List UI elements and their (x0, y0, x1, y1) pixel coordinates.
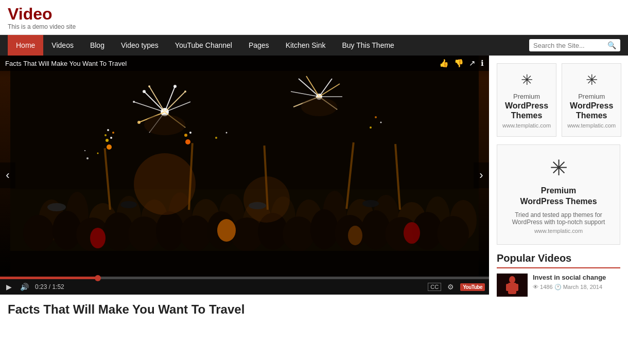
svg-point-55 (173, 85, 177, 88)
svg-point-97 (509, 276, 515, 283)
caption-button[interactable]: CC (428, 283, 441, 291)
svg-point-74 (189, 132, 191, 134)
time-display: 0:23 / 1:52 (35, 283, 64, 290)
popular-videos-title: Popular Videos (497, 252, 620, 268)
date-separator: 🕐 (554, 284, 563, 290)
svg-point-75 (144, 115, 185, 135)
current-time: 0:23 (35, 283, 47, 290)
popular-thumb-img (497, 274, 528, 297)
ad-text-2: PremiumWordPressThemes (567, 93, 616, 120)
svg-point-88 (97, 153, 99, 154)
svg-point-80 (217, 219, 236, 242)
mute-button[interactable]: 🔊 (18, 282, 31, 292)
svg-point-66 (107, 144, 112, 150)
svg-point-23 (128, 216, 160, 251)
nav-item-home[interactable]: Home (8, 35, 43, 56)
ad-box-small-2[interactable]: ✳ PremiumWordPressThemes www.templatic.c… (562, 63, 621, 137)
svg-point-84 (120, 201, 137, 208)
svg-point-91 (226, 132, 228, 134)
progress-thumb[interactable] (95, 275, 101, 281)
nav-item-videos[interactable]: Videos (43, 35, 82, 56)
popular-video-title[interactable]: Invest in social change (533, 274, 620, 282)
svg-point-68 (110, 137, 112, 139)
prev-arrow[interactable]: ‹ (0, 162, 15, 188)
svg-point-92 (370, 126, 372, 129)
ad-star-large: ✳ (505, 155, 612, 180)
video-post-title: Facts That Will Make You Want To Travel (0, 295, 489, 317)
ad-box-small-1[interactable]: ✳ PremiumWordPressThemes www.templatic.c… (497, 63, 556, 137)
next-arrow[interactable]: › (474, 162, 489, 188)
ad-box-large[interactable]: ✳ PremiumWordPress Themes Tried and test… (497, 144, 620, 245)
svg-point-71 (107, 129, 109, 131)
svg-point-30 (310, 209, 338, 249)
svg-point-85 (249, 202, 266, 209)
svg-point-93 (380, 122, 382, 123)
main-nav: Home Videos Blog Video types YouTube Cha… (0, 35, 628, 56)
nav-item-pages[interactable]: Pages (240, 35, 277, 56)
crowd-svg (0, 56, 489, 277)
search-input[interactable] (533, 42, 605, 49)
svg-point-70 (112, 132, 114, 134)
ad-large-desc: Tried and tested app themes for WordPres… (505, 211, 612, 226)
progress-fill (0, 277, 98, 279)
svg-point-79 (90, 228, 106, 248)
search-box: 🔍 (529, 39, 620, 51)
video-controls: ▶ 🔊 0:23 / 1:52 CC ⚙ YouTube (0, 277, 489, 295)
video-section: Facts That Will Make You Want To Travel … (0, 56, 489, 317)
video-player: Facts That Will Make You Want To Travel … (0, 56, 489, 295)
settings-button[interactable]: ⚙ (445, 282, 456, 292)
svg-point-72 (185, 139, 190, 144)
info-icon[interactable]: ℹ (481, 59, 484, 68)
total-time: 1:52 (52, 283, 64, 290)
main-content: Facts That Will Make You Want To Travel … (0, 56, 628, 317)
views-count: 1486 (540, 284, 552, 290)
sidebar: ✳ PremiumWordPressThemes www.templatic.c… (489, 56, 628, 317)
svg-point-56 (184, 90, 186, 93)
site-header: Video This is a demo video site (0, 0, 628, 35)
nav-item-buy-this-theme[interactable]: Buy This Theme (334, 35, 402, 56)
svg-point-83 (47, 203, 66, 211)
share-icon[interactable]: ↗ (469, 59, 476, 68)
progress-bar[interactable] (0, 277, 489, 279)
svg-point-73 (184, 134, 187, 137)
svg-rect-99 (506, 284, 510, 291)
svg-point-54 (137, 121, 141, 124)
svg-point-19 (23, 215, 54, 251)
nav-item-kitchen-sink[interactable]: Kitchen Sink (277, 35, 334, 56)
svg-point-67 (106, 139, 109, 142)
svg-point-53 (133, 101, 135, 103)
thumbs-down-icon[interactable]: 👎 (454, 59, 464, 68)
video-title-text: Facts That Will Make You Want To Travel (5, 60, 439, 67)
svg-point-78 (243, 176, 290, 223)
views-icon: 👁 (533, 284, 540, 290)
search-button[interactable]: 🔍 (607, 41, 616, 49)
popular-video-item: Invest in social change 👁 1486 🕐 March 1… (497, 274, 620, 297)
video-action-icons: 👍 👎 ↗ ℹ (439, 59, 484, 68)
nav-item-video-types[interactable]: Video types (113, 35, 167, 56)
popular-thumb[interactable] (497, 274, 528, 297)
thumb-svg (497, 274, 528, 297)
ad-url-1: www.templatic.com (502, 122, 551, 129)
nav-item-blog[interactable]: Blog (82, 35, 113, 56)
svg-point-89 (84, 150, 85, 151)
popular-info: Invest in social change 👁 1486 🕐 March 1… (533, 274, 620, 290)
play-button[interactable]: ▶ (4, 282, 14, 292)
ad-grid-small: ✳ PremiumWordPressThemes www.templatic.c… (497, 63, 620, 137)
controls-bar: ▶ 🔊 0:23 / 1:52 CC ⚙ YouTube (0, 279, 489, 295)
svg-point-86 (362, 200, 379, 207)
thumbs-up-icon[interactable]: 👍 (439, 59, 449, 68)
video-display (0, 56, 489, 277)
video-title-bar: Facts That Will Make You Want To Travel … (0, 56, 489, 71)
svg-point-81 (348, 226, 362, 245)
svg-point-82 (404, 222, 420, 244)
svg-point-25 (180, 215, 211, 251)
ad-text-1: PremiumWordPressThemes (502, 93, 551, 120)
svg-rect-100 (515, 284, 518, 291)
svg-point-51 (143, 90, 146, 93)
ad-star-1: ✳ (502, 71, 551, 88)
svg-point-87 (86, 157, 89, 159)
nav-item-youtube-channel[interactable]: YouTube Channel (167, 35, 240, 56)
svg-point-52 (148, 85, 150, 87)
svg-point-94 (375, 116, 377, 118)
svg-point-35 (437, 216, 469, 251)
